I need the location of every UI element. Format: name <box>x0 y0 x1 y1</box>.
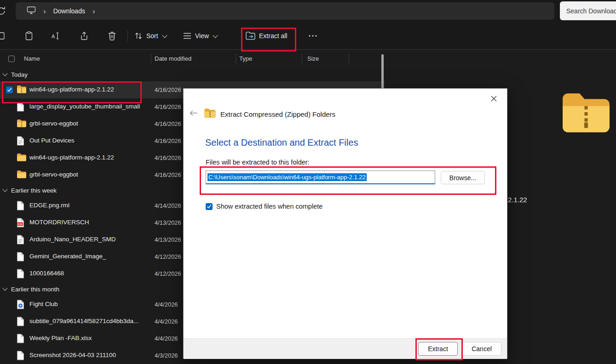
doc-icon <box>17 235 24 246</box>
refresh-icon[interactable] <box>0 6 7 17</box>
rename-icon: A <box>51 32 61 40</box>
row-checkbox-checked[interactable] <box>6 86 13 93</box>
column-name[interactable]: Name <box>24 55 40 62</box>
view-label: View <box>195 32 209 40</box>
browse-label: Browse... <box>449 174 476 182</box>
file-date: 4/4/2026 <box>155 301 178 308</box>
file-icon <box>17 201 24 212</box>
file-icon <box>17 269 24 280</box>
chevron-down-icon <box>2 71 7 76</box>
file-date: 4/16/2026 <box>155 154 181 161</box>
more-options-button[interactable] <box>305 28 321 44</box>
file-icon <box>17 334 24 345</box>
toolbar-divider <box>127 30 128 41</box>
address-bar[interactable]: › Downloads › <box>16 2 554 20</box>
trash-icon <box>108 31 116 40</box>
show-extracted-label[interactable]: Show extracted files when complete <box>216 203 322 210</box>
file-date: 4/16/2026 <box>155 120 181 127</box>
sort-icon <box>134 32 143 40</box>
preview-file-name-partial: 2.1.22 <box>508 196 527 204</box>
column-divider[interactable] <box>302 53 302 64</box>
close-button[interactable] <box>486 92 501 104</box>
file-name: win64-ugs-platform-app-2.1.22 <box>29 86 114 93</box>
file-icon <box>17 102 24 113</box>
video-icon <box>17 300 24 311</box>
file-icon <box>17 317 24 328</box>
file-date: 4/12/2026 <box>155 270 181 277</box>
column-divider[interactable] <box>349 53 349 64</box>
search-text: Search Downloads <box>566 7 616 15</box>
dialog-footer: Extract Cancel <box>184 338 507 359</box>
search-input[interactable]: Search Downloads <box>560 1 616 20</box>
chevron-right-icon: › <box>43 7 46 15</box>
column-date-modified[interactable]: Date modified <box>155 55 191 62</box>
svg-text:PDF: PDF <box>18 223 23 226</box>
file-name: grbl-servo-eggbot <box>29 120 78 127</box>
check-icon <box>207 205 212 209</box>
share-button[interactable] <box>76 28 92 44</box>
back-button[interactable] <box>190 110 198 118</box>
ellipsis-icon <box>309 35 317 37</box>
paste-button[interactable] <box>21 28 37 44</box>
paste-icon <box>25 31 33 40</box>
file-name: EDGE.png.rml <box>29 202 69 209</box>
zip-folder-icon <box>17 119 27 129</box>
vertical-scrollbar[interactable] <box>381 54 384 89</box>
view-button[interactable]: View <box>183 28 217 44</box>
file-name: Out Put Devices <box>29 137 75 144</box>
file-date: 4/16/2026 <box>155 103 181 110</box>
file-date: 4/4/2026 <box>155 318 178 325</box>
zip-folder-icon <box>204 108 216 120</box>
sort-button[interactable]: Sort <box>134 28 167 44</box>
browse-button[interactable]: Browse... <box>441 171 485 184</box>
file-icon <box>17 252 24 263</box>
file-date: 4/4/2026 <box>155 335 178 342</box>
clipped-toolbar-icon[interactable] <box>0 28 9 44</box>
pdf-icon: PDF <box>17 218 24 229</box>
cancel-button[interactable]: Cancel <box>462 342 501 356</box>
column-divider[interactable] <box>236 53 236 64</box>
chevron-right-icon: › <box>92 7 95 15</box>
extract-all-button[interactable]: Extract all <box>246 28 287 44</box>
chevron-down-icon <box>162 33 167 38</box>
extract-all-label: Extract all <box>259 32 287 40</box>
delete-button[interactable] <box>104 28 120 44</box>
view-icon <box>183 32 191 40</box>
share-icon <box>80 31 89 40</box>
column-type[interactable]: Type <box>239 55 252 62</box>
extract-button[interactable]: Extract <box>418 342 458 356</box>
select-all-checkbox[interactable] <box>8 56 15 62</box>
file-explorer-window: › Downloads › Search Downloads A <box>0 0 616 364</box>
file-date: 4/12/2026 <box>155 253 181 260</box>
dialog-heading: Select a Destination and Extract Files <box>205 137 358 148</box>
rename-button[interactable]: A <box>48 28 64 44</box>
folder-icon <box>17 170 27 180</box>
destination-path-input[interactable]: C:\Users\sonam\Downloads\win64-ugs-platf… <box>206 171 435 184</box>
chevron-down-icon <box>213 33 218 38</box>
file-name: Weekly Plan -FAB.xlsx <box>29 335 92 341</box>
file-name: large_display_youtube_thumbnail_small <box>29 103 140 110</box>
file-date: 4/13/2026 <box>155 236 181 243</box>
file-name: Arduino_Nano_HEADER_SMD <box>29 236 116 243</box>
show-extracted-checkbox[interactable] <box>206 203 213 210</box>
group-label: Earlier this month <box>11 286 59 293</box>
column-size[interactable]: Size <box>307 55 319 62</box>
zip-folder-preview-icon <box>560 91 612 137</box>
file-name: grbl-servo-eggbot <box>29 171 78 178</box>
breadcrumb-downloads[interactable]: Downloads <box>53 7 85 15</box>
toolbar: A Sort View <box>0 22 616 50</box>
chevron-down-icon <box>2 285 7 290</box>
extract-dialog: Extract Compressed (Zipped) Folders Sele… <box>183 88 507 358</box>
sort-label: Sort <box>146 32 158 40</box>
group-header[interactable]: Today <box>0 68 385 81</box>
monitor-icon <box>27 6 36 16</box>
column-divider[interactable] <box>151 53 151 64</box>
group-label: Earlier this week <box>11 187 57 194</box>
extract-all-icon <box>246 32 255 40</box>
file-date: 4/14/2026 <box>155 202 181 209</box>
cancel-label: Cancel <box>472 345 492 353</box>
group-label: Today <box>11 71 28 78</box>
file-name: 1000166468 <box>29 270 64 277</box>
dialog-title: Extract Compressed (Zipped) Folders <box>220 110 335 118</box>
folder-icon <box>17 153 27 163</box>
